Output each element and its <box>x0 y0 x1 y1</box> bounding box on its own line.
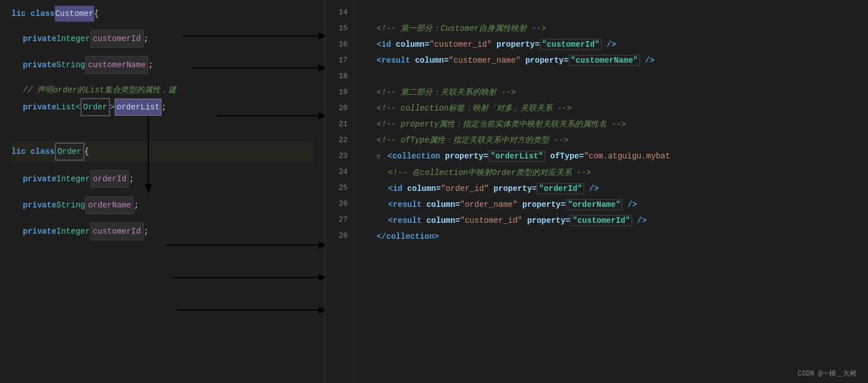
comment-in-collection: <!-- 在collection中映射Order类型的对应关系 --> <box>388 168 591 177</box>
line-23: 23 <box>325 148 353 164</box>
xml-line-27: <result column="customer_id" property="c… <box>365 213 857 229</box>
kw-lic2: lic class <box>11 144 55 160</box>
customer-class-header: lic class Customer { <box>11 6 313 22</box>
val-customer-id-col: "customer_id" <box>429 40 491 49</box>
line-25: 25 <box>325 180 353 196</box>
order-id-field: private Integer orderId ; <box>11 170 313 188</box>
line-15: 15 <box>325 21 353 36</box>
order-list-comment: // 声明order的List集合类型的属性，建 <box>11 82 313 98</box>
line-20: 20 <box>325 100 353 116</box>
comment-oftype: <!-- ofType属性：指定关联关系中对方的类型 --> <box>377 136 568 145</box>
line-14: 14 <box>325 5 353 21</box>
customer-name-box: customerName <box>85 56 148 74</box>
val-order-id: "orderId" <box>536 183 584 194</box>
type-integer2: Integer <box>56 171 90 187</box>
xml-line-17: <result column="customer_name" property=… <box>365 52 857 68</box>
line-27: 27 <box>325 212 353 228</box>
tag-result3: <result <box>388 216 426 225</box>
line-22: 22 <box>325 132 353 148</box>
semicolon4: ; <box>129 171 134 187</box>
xml-line-20: <!-- collection标签：映射「对多」关联关系 --> <box>365 100 857 116</box>
comment-property: <!-- property属性：指定当前实体类中映射关联关系的属性名 --> <box>377 120 626 129</box>
tag-id: <id <box>377 40 396 49</box>
comment-part1: <!-- 第一部分：Customer自身属性映射 --> <box>377 24 546 33</box>
semicolon: ; <box>144 31 148 47</box>
tag-collection-close: </collection> <box>377 232 439 241</box>
semicolon6: ; <box>144 223 148 239</box>
type-list: List< <box>56 99 80 115</box>
left-panel: lic class Customer { private Integer cus… <box>0 0 325 383</box>
order-type-box: Order <box>80 98 110 116</box>
xml-line-16: <id column="customer_id" property="custo… <box>365 36 857 52</box>
val-oftype: "com.atguigu.mybat <box>584 152 670 161</box>
spacer4 <box>11 116 313 128</box>
line-19: 19 <box>325 84 353 100</box>
xml-content: <!-- 第一部分：Customer自身属性映射 --> <id column=… <box>354 0 868 383</box>
attr-oname-prop: property= <box>522 200 566 209</box>
semicolon5: ; <box>134 197 139 213</box>
val-cid: "customerId" <box>570 215 632 226</box>
attr-property3: property= <box>445 152 488 161</box>
order-list-box: orderList <box>115 99 162 116</box>
line-16: 16 <box>325 36 353 52</box>
tag-id2: <id <box>388 184 407 193</box>
right-content: 14 15 16 17 18 19 20 21 22 23 24 25 26 2… <box>325 0 868 383</box>
spacer2 <box>11 48 313 56</box>
attr-cid-col: column= <box>426 216 460 225</box>
xml-line-26: <result column="order_name" property="or… <box>365 197 857 213</box>
type-string: String <box>56 57 85 73</box>
attr-oname-col: column= <box>426 200 460 209</box>
line-28: 28 <box>325 228 353 244</box>
kw-private4: private <box>23 171 56 187</box>
semicolon3: ; <box>162 99 166 115</box>
right-panel: 14 15 16 17 18 19 20 21 22 23 24 25 26 2… <box>325 0 868 383</box>
attr-column: column= <box>396 40 430 49</box>
tag-result2: <result <box>388 200 426 209</box>
type-string2: String <box>56 197 85 213</box>
comment-text: // 声明order的List集合类型的属性，建 <box>23 82 176 98</box>
val-order-list: "orderList" <box>488 150 545 162</box>
tag-result2-close: /> <box>628 200 637 209</box>
kw-lic: lic class <box>11 6 55 22</box>
customer-name-field: private String customerName ; <box>11 56 313 74</box>
xml-line-23: ▽ <collection property="orderList" ofTyp… <box>365 148 857 165</box>
comment-collection: <!-- collection标签：映射「对多」关联关系 --> <box>377 104 572 113</box>
type-integer3: Integer <box>56 223 90 239</box>
line-21: 21 <box>325 116 353 132</box>
customer-class-name: Customer <box>55 6 94 22</box>
val-oname-col: "order_name" <box>460 200 518 209</box>
attr-property2: property= <box>525 56 568 65</box>
brace-open2: { <box>84 144 89 160</box>
tag-id-close: /> <box>607 40 616 49</box>
val-order-name: "orderName" <box>566 199 623 210</box>
customer-id-box: customerId <box>90 30 144 48</box>
tag-result-close: /> <box>645 56 655 65</box>
attr-order-prop: property= <box>494 184 537 193</box>
spacer5 <box>11 128 313 139</box>
fold-icon: ▽ <box>377 153 381 160</box>
type-integer: Integer <box>56 31 90 47</box>
line-17: 17 <box>325 52 353 68</box>
kw-private: private <box>23 31 56 47</box>
order-list-field: private List< Order > orderList ; <box>11 98 313 116</box>
tag-collection: <collection <box>387 152 445 161</box>
order-customer-id-field: private Integer customerId ; <box>11 222 313 241</box>
line-24: 24 <box>325 164 353 180</box>
tag-result3-close: /> <box>637 216 647 225</box>
kw-private6: private <box>23 223 56 239</box>
attr-oftype: ofType= <box>550 152 584 161</box>
xml-line-19: <!-- 第二部分：关联关系的映射 --> <box>365 84 857 100</box>
val-customer-id: "customerId" <box>540 39 602 50</box>
main-container: lic class Customer { private Integer cus… <box>0 0 868 383</box>
line-numbers: 14 15 16 17 18 19 20 21 22 23 24 25 26 2… <box>325 0 354 383</box>
comment-part2: <!-- 第二部分：关联关系的映射 --> <box>377 88 516 97</box>
attr-order-col: column= <box>407 184 441 193</box>
customer-id-field: private Integer customerId ; <box>11 30 313 48</box>
semicolon2: ; <box>148 57 153 73</box>
kw-private5: private <box>23 197 56 213</box>
val-cid-col: "customer_id" <box>460 216 522 225</box>
line-18: 18 <box>325 68 353 84</box>
order-class-header: lic class Order { <box>11 142 313 161</box>
spacer3 <box>11 74 313 82</box>
kw-private2: private <box>23 57 56 73</box>
